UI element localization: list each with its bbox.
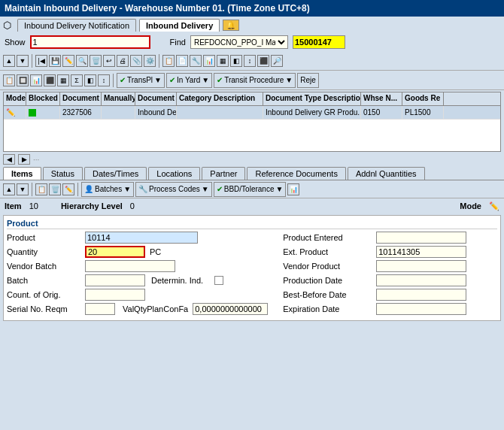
tab-dates[interactable]: Dates/Times	[84, 167, 147, 180]
scroll-right-btn[interactable]: ▶	[18, 154, 30, 165]
t4[interactable]: 📊	[203, 55, 215, 67]
r2-1[interactable]: 📋	[3, 74, 15, 86]
item-down-btn[interactable]: ▼	[17, 183, 29, 195]
show-input[interactable]	[30, 35, 150, 49]
t3[interactable]: 🔧	[190, 55, 202, 67]
best-before-label: Best-Before Date	[283, 290, 373, 299]
item-number-value: 10	[29, 201, 38, 210]
nav-up-btn[interactable]: ▲	[3, 55, 15, 67]
r2-4[interactable]: ⬛	[44, 74, 56, 86]
item-del-btn[interactable]: 🗑️	[49, 183, 61, 195]
form-main: Product Quantity PC Vendor Batch Batch D…	[7, 232, 497, 317]
vendor-batch-input[interactable]	[85, 260, 175, 272]
cell-blocked	[26, 106, 60, 119]
scroll-left-btn[interactable]: ◀	[3, 154, 15, 165]
quantity-label: Quantity	[7, 247, 82, 256]
find-value-input[interactable]	[293, 35, 345, 49]
batches-btn[interactable]: 👤 Batches ▼	[81, 182, 134, 197]
cell-manually	[102, 106, 135, 119]
best-before-input[interactable]	[376, 289, 466, 301]
t6[interactable]: ◧	[230, 55, 242, 67]
green-status-icon	[29, 109, 36, 117]
r2-6[interactable]: Σ	[71, 74, 83, 86]
process-codes-btn[interactable]: 🔧 Process Codes ▼	[135, 182, 212, 197]
r2-7[interactable]: ◧	[84, 74, 96, 86]
t7[interactable]: ↕	[244, 55, 256, 67]
t2[interactable]: 📄	[176, 55, 188, 67]
tab-partner[interactable]: Partner	[202, 167, 245, 180]
item-extra-btn[interactable]: 📊	[287, 183, 299, 195]
tab-status[interactable]: Status	[43, 167, 83, 180]
transpl-label: TransPl	[127, 76, 153, 84]
production-date-row: Production Date	[283, 274, 497, 286]
item-copy-btn[interactable]: 📋	[35, 183, 47, 195]
table-row[interactable]: ✏️ 2327506 Inbound Delivery Inbound Deli…	[4, 106, 500, 120]
tab-reference-label: Reference Documents	[255, 169, 337, 178]
nav-down-btn[interactable]: ▼	[17, 55, 29, 67]
tab-inbound-notification[interactable]: Inbound Delivery Notification	[17, 19, 136, 32]
r2-8[interactable]: ↕	[98, 74, 110, 86]
col-mode: Mode	[4, 92, 26, 105]
find-btn[interactable]: 🔍	[76, 55, 88, 67]
save-btn[interactable]: 💾	[49, 55, 61, 67]
attach-btn[interactable]: 📎	[130, 55, 142, 67]
bbd-arrow-icon: ▼	[275, 185, 283, 193]
tab-inbound-delivery[interactable]: Inbound Delivery	[139, 19, 220, 32]
form-area: Product Product Quantity PC Vendor Batch…	[3, 215, 501, 321]
tab-locations[interactable]: Locations	[148, 167, 200, 180]
reje-btn[interactable]: Reje	[297, 73, 319, 88]
vendor-product-label: Vendor Product	[283, 262, 373, 271]
quantity-input[interactable]	[85, 246, 145, 258]
expiration-input[interactable]	[376, 303, 466, 315]
t5[interactable]: ▦	[217, 55, 229, 67]
tab-reference[interactable]: Reference Documents	[247, 167, 345, 180]
tab-items[interactable]: Items	[3, 167, 41, 180]
r2-3[interactable]: 📊	[30, 74, 42, 86]
count-orig-row: Count. of Orig.	[7, 289, 268, 301]
batches-arrow-icon: ▼	[123, 185, 131, 193]
t9[interactable]: 🔎	[271, 55, 283, 67]
production-date-input[interactable]	[376, 274, 466, 286]
product-input[interactable]	[85, 232, 198, 244]
grid-header: Mode Blocked Document Manually Document …	[4, 92, 500, 106]
grid-scroll-area: ◀ ▶ ···	[0, 153, 504, 165]
vendor-product-input[interactable]	[376, 260, 466, 272]
item-sep2	[77, 183, 78, 196]
edit-btn[interactable]: ✏️	[62, 55, 74, 67]
expiration-label: Expiration Date	[283, 304, 373, 313]
t8[interactable]: ⬛	[257, 55, 269, 67]
ext-product-label: Ext. Product	[283, 247, 373, 256]
first-btn[interactable]: |◀	[35, 55, 47, 67]
product-entered-input[interactable]	[376, 232, 466, 244]
undo-btn[interactable]: ↩	[103, 55, 115, 67]
bbd-tolerance-btn[interactable]: ✔ BBD/Tolerance ▼	[214, 182, 287, 197]
process-arrow-icon: ▼	[202, 185, 209, 193]
t1[interactable]: 📋	[162, 55, 175, 67]
cell-doc-type: Inbound Delivery GR Produ...	[263, 106, 361, 119]
transit-procedure-btn[interactable]: ✔ Transit Procedure ▼	[214, 73, 296, 88]
tab-addnl[interactable]: Addnl Quantities	[348, 167, 425, 180]
r2-2[interactable]: 🔲	[17, 74, 29, 86]
show-find-row: Show Find REFDOCNO_PPO_I Man...	[0, 33, 504, 51]
valqty-input[interactable]	[193, 303, 268, 315]
find-select[interactable]: REFDOCNO_PPO_I Man...	[190, 35, 288, 49]
delete-btn[interactable]: 🗑️	[90, 55, 102, 67]
det-ind-checkbox[interactable]	[214, 276, 223, 285]
batches-icon: 👤	[84, 185, 93, 193]
item-edit-btn[interactable]: ✏️	[62, 183, 74, 195]
inyard-btn[interactable]: ✔ In Yard ▼	[166, 73, 212, 88]
col-doc-cat: Document	[135, 92, 177, 105]
tab-notification-label: Inbound Delivery Notification	[24, 21, 129, 30]
transpl-btn[interactable]: ✔ TransPl ▼	[117, 73, 165, 88]
col-cat-desc: Category Description	[177, 92, 263, 105]
serial-input[interactable]	[85, 303, 115, 315]
transit-check-icon: ✔	[217, 76, 223, 84]
print-btn[interactable]: 🖨	[117, 55, 129, 67]
ext-product-input[interactable]	[376, 246, 466, 258]
count-orig-input[interactable]	[85, 289, 145, 301]
batch-input[interactable]	[85, 274, 145, 286]
config-btn[interactable]: ⚙️	[144, 55, 156, 67]
tab-delivery-label: Inbound Delivery	[146, 21, 213, 30]
item-up-btn[interactable]: ▲	[3, 183, 15, 195]
r2-5[interactable]: ▦	[57, 74, 69, 86]
